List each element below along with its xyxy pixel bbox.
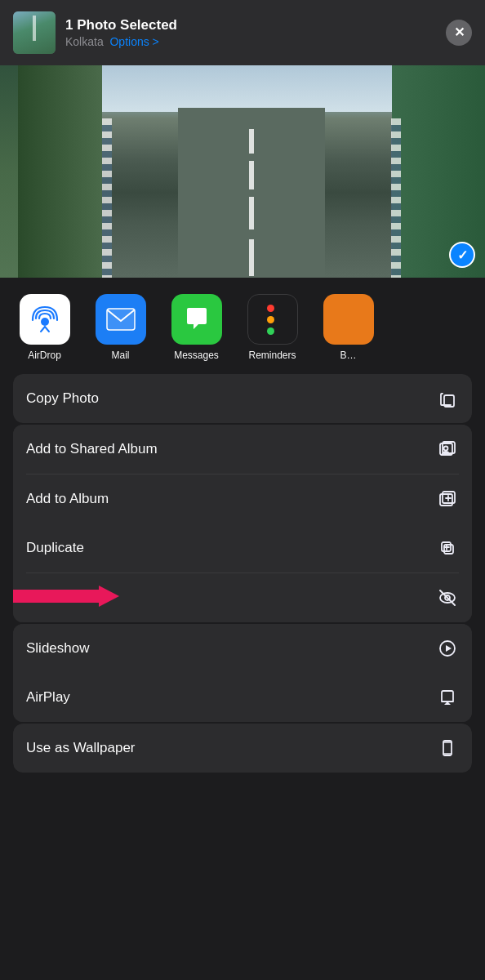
action-use-as-wallpaper[interactable]: Use as Wallpaper [13,724,472,773]
action-slideshow[interactable]: Slideshow [13,624,472,673]
hide-label: Hide [26,590,436,606]
photo-area [0,65,485,278]
mail-label: Mail [111,350,129,361]
slideshow-icon [436,637,459,660]
duplicate-icon [436,537,459,559]
share-item-airdrop[interactable]: AirDrop [13,294,76,361]
reminder-row-3 [267,327,278,335]
road-dash-1 [249,129,254,154]
top-bar-text: 1 Photo Selected Kolkata Options > [65,17,436,48]
road-dash-2 [249,161,254,189]
tree-left [18,65,102,278]
close-button[interactable]: ✕ [446,20,472,46]
messages-label: Messages [174,350,219,361]
svg-marker-19 [446,645,452,652]
photo-thumbnail [13,11,56,54]
add-to-album-label: Add to Album [26,491,436,507]
airplay-label: AirPlay [26,689,436,706]
more-label: B… [340,350,356,361]
reminders-icon-box [247,294,298,345]
svg-point-0 [41,318,49,326]
action-list: Copy Photo Add to Shared Album [0,374,485,773]
options-link[interactable]: Options > [109,35,158,48]
reminder-dot-orange [267,316,274,323]
reminder-dot-green [267,327,274,335]
airdrop-svg [29,304,60,335]
action-hide[interactable]: Hide [13,573,472,622]
share-item-more[interactable]: B… [317,294,380,361]
road-dash-4 [249,239,254,276]
photo-left-strip [0,65,18,278]
reminders-label: Reminders [248,350,296,361]
top-bar: 1 Photo Selected Kolkata Options > ✕ [0,0,485,65]
airplay-icon [436,686,459,709]
action-add-shared-album[interactable]: Add to Shared Album [13,425,472,474]
airdrop-icon-box [20,294,70,345]
mail-svg [106,308,136,331]
duplicate-label: Duplicate [26,540,436,556]
action-airplay[interactable]: AirPlay [13,673,472,722]
copy-photo-label: Copy Photo [26,390,436,407]
reminders-content [265,303,280,336]
add-shared-album-label: Add to Shared Album [26,441,436,457]
svg-rect-1 [107,309,135,330]
action-copy-photo[interactable]: Copy Photo [13,374,472,423]
svg-point-23 [447,755,448,756]
selection-checkmark [449,242,475,268]
share-item-mail[interactable]: Mail [89,294,152,361]
close-icon: ✕ [454,26,465,39]
copy-photo-icon [436,387,459,410]
road-dash-3 [249,197,254,229]
hide-icon [436,586,459,609]
slideshow-label: Slideshow [26,640,436,657]
location-subtitle: Kolkata Options > [65,35,436,48]
curb-left [102,118,112,278]
curb-right [391,118,401,278]
share-item-reminders[interactable]: Reminders [241,294,304,361]
add-to-album-icon [436,488,459,510]
share-row: AirDrop Mail Messages [0,278,485,374]
airdrop-label: AirDrop [28,350,61,361]
use-as-wallpaper-icon [436,737,459,760]
svg-point-6 [444,447,448,451]
more-icon-box [323,294,374,345]
action-duplicate[interactable]: Duplicate [13,523,472,572]
reminder-row-1 [267,305,278,312]
reminder-dot-red [267,305,274,312]
reminder-row-2 [267,316,278,323]
selection-title: 1 Photo Selected [65,17,436,33]
svg-rect-11 [444,545,453,554]
action-add-to-album[interactable]: Add to Album [13,474,472,523]
mail-icon-box [96,294,146,345]
add-shared-album-icon [436,438,459,461]
photo-main [18,65,485,278]
messages-icon-box [171,294,222,345]
use-as-wallpaper-label: Use as Wallpaper [26,740,436,756]
messages-svg [180,303,213,336]
share-item-messages[interactable]: Messages [165,294,228,361]
